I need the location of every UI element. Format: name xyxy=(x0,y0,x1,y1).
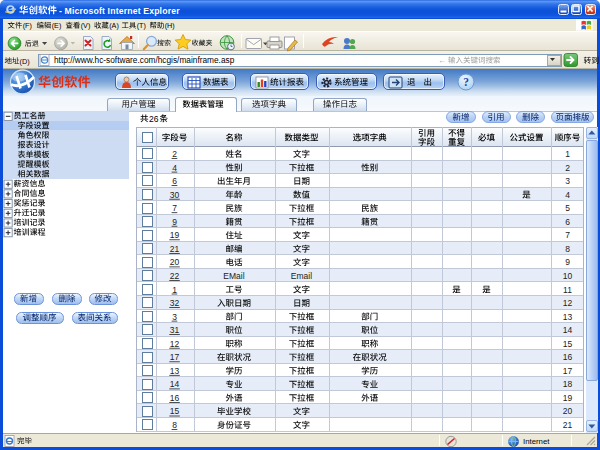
svg-text:17: 17 xyxy=(170,352,180,362)
svg-text:5: 5 xyxy=(565,203,570,213)
svg-text:20: 20 xyxy=(170,257,180,267)
svg-text:(V): (V) xyxy=(81,21,91,30)
svg-text:7: 7 xyxy=(172,203,177,213)
svg-text:21: 21 xyxy=(563,420,573,430)
svg-text:16: 16 xyxy=(563,352,573,362)
svg-text:31: 31 xyxy=(170,325,180,335)
svg-text:32: 32 xyxy=(170,298,180,308)
svg-text:3: 3 xyxy=(172,312,177,322)
svg-text:←: ← xyxy=(438,56,446,65)
svg-text:3: 3 xyxy=(565,176,570,186)
svg-text:Email: Email xyxy=(291,271,312,281)
svg-text:14: 14 xyxy=(170,379,180,389)
svg-text:http://www.hc-software.com/hcg: http://www.hc-software.com/hcgis/mainfra… xyxy=(54,55,235,65)
svg-text:8: 8 xyxy=(172,420,177,430)
svg-text:21: 21 xyxy=(170,244,180,254)
svg-text:?: ? xyxy=(463,76,469,88)
svg-text:7: 7 xyxy=(565,230,570,240)
svg-text:19: 19 xyxy=(563,393,573,403)
svg-text:13: 13 xyxy=(170,366,180,376)
svg-text:22: 22 xyxy=(170,271,180,281)
svg-text:6: 6 xyxy=(565,217,570,227)
svg-text:13: 13 xyxy=(563,312,573,322)
svg-text:15: 15 xyxy=(563,339,573,349)
svg-text:26: 26 xyxy=(149,114,159,124)
svg-text:- Microsoft Internet Explorer: - Microsoft Internet Explorer xyxy=(59,6,180,16)
svg-text:(F): (F) xyxy=(23,21,32,30)
svg-text:9: 9 xyxy=(172,217,177,227)
svg-text:1: 1 xyxy=(172,285,177,295)
svg-text:1: 1 xyxy=(565,149,570,159)
svg-text:16: 16 xyxy=(170,393,180,403)
svg-text:Internet: Internet xyxy=(523,437,550,446)
svg-text:8: 8 xyxy=(565,244,570,254)
svg-text:4: 4 xyxy=(565,190,570,200)
svg-text:19: 19 xyxy=(170,230,180,240)
svg-text:(E): (E) xyxy=(52,21,62,30)
svg-text:6: 6 xyxy=(172,176,177,186)
svg-text:15: 15 xyxy=(170,406,180,416)
svg-text:(T): (T) xyxy=(137,21,146,30)
svg-text:10: 10 xyxy=(563,271,573,281)
svg-text:(D): (D) xyxy=(20,57,30,66)
svg-text:12: 12 xyxy=(170,339,180,349)
svg-text:30: 30 xyxy=(170,190,180,200)
svg-text:(H): (H) xyxy=(165,21,175,30)
svg-text:12: 12 xyxy=(563,298,573,308)
svg-text:EMail: EMail xyxy=(223,271,244,281)
svg-text:2: 2 xyxy=(565,163,570,173)
svg-text:4: 4 xyxy=(172,163,177,173)
svg-text:2: 2 xyxy=(172,149,177,159)
svg-text:18: 18 xyxy=(563,379,573,389)
svg-text:17: 17 xyxy=(563,366,573,376)
svg-text:20: 20 xyxy=(563,406,573,416)
svg-text:11: 11 xyxy=(563,285,572,295)
svg-text:14: 14 xyxy=(563,325,573,335)
svg-text:9: 9 xyxy=(565,257,570,267)
svg-text:(A): (A) xyxy=(109,21,119,30)
